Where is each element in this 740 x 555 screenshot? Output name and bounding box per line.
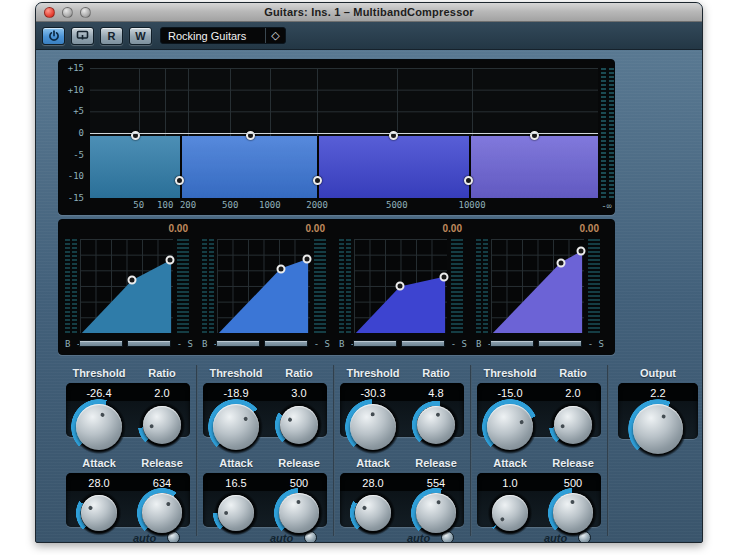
release-label: Release [141, 457, 183, 469]
bypass-slider[interactable] [79, 340, 123, 347]
band-1-controls: Threshold -26.4 Ratio 2.0 Attack 28.0 Re… [61, 363, 195, 543]
input-meter [339, 239, 344, 333]
band-1-region[interactable] [90, 136, 180, 198]
gain-reduction-meter [588, 239, 600, 333]
band-3-region[interactable] [317, 136, 469, 198]
band-2-curve-module: 0.00 B - - S [199, 220, 333, 356]
write-automation-button[interactable]: W [129, 27, 152, 45]
solo-label: - S [314, 339, 330, 349]
zero-db-line [90, 133, 598, 134]
threshold-handle[interactable] [396, 282, 405, 291]
attack-value[interactable]: 28.0 [362, 477, 383, 489]
compression-curve-display[interactable] [80, 239, 173, 333]
attack-knob[interactable] [212, 489, 260, 537]
input-meter [476, 239, 481, 333]
read-automation-button[interactable]: R [100, 27, 123, 45]
db-tick: 0 [79, 128, 84, 138]
ratio-label: Ratio [148, 367, 176, 379]
curve-end-handle[interactable] [440, 272, 449, 281]
attack-label: Attack [356, 457, 390, 469]
attack-value[interactable]: 16.5 [225, 477, 246, 489]
ratio-label: Ratio [422, 367, 450, 379]
ratio-value[interactable]: 3.0 [291, 387, 306, 399]
band-4-curve-module: 0.00 B - - S [473, 220, 607, 356]
solo-label: - S [451, 339, 467, 349]
threshold-handle[interactable] [556, 258, 565, 267]
attack-label: Attack [493, 457, 527, 469]
attack-knob[interactable] [75, 489, 123, 537]
compression-curve-display[interactable] [491, 239, 584, 333]
release-knob[interactable] [136, 487, 188, 539]
ratio-knob[interactable] [411, 400, 461, 450]
module-separator [607, 365, 609, 536]
curve-end-handle[interactable] [303, 254, 312, 263]
ratio-label: Ratio [285, 367, 313, 379]
band-3-curve-module: 0.00 B - - S [336, 220, 470, 356]
frequency-axis-labels: 5010020050010002000500010000 [90, 200, 598, 213]
threshold-handle[interactable] [276, 264, 285, 273]
release-knob[interactable] [273, 487, 325, 539]
bypass-button[interactable] [71, 27, 94, 45]
attack-value[interactable]: 28.0 [88, 477, 109, 489]
compression-curve-display[interactable] [354, 239, 447, 333]
db-tick: +10 [68, 85, 84, 95]
curve-panel: 0.00 B - - S 0.00 B [58, 219, 615, 355]
bypass-icon [76, 30, 89, 41]
threshold-knob[interactable] [344, 398, 402, 456]
input-meter [346, 239, 351, 333]
ratio-value[interactable]: 2.0 [565, 387, 580, 399]
input-meter [65, 239, 70, 333]
threshold-knob[interactable] [70, 398, 128, 456]
band-3-controls: Threshold -30.3 Ratio 4.8 Attack 28.0 Re… [335, 363, 469, 543]
ratio-knob[interactable] [137, 400, 187, 450]
ratio-knob[interactable] [548, 400, 598, 450]
frequency-plot[interactable] [90, 68, 598, 198]
output-knob[interactable] [627, 398, 689, 460]
threshold-handle[interactable] [128, 276, 137, 285]
threshold-knob[interactable] [207, 398, 265, 456]
threshold-knob[interactable] [481, 398, 539, 456]
band-gain-value[interactable]: 0.00 [306, 223, 325, 234]
band-gain-value[interactable]: 0.00 [443, 223, 462, 234]
solo-slider[interactable] [127, 340, 171, 347]
attack-knob[interactable] [349, 489, 397, 537]
freq-tick: 5000 [386, 200, 408, 210]
attack-label: Attack [219, 457, 253, 469]
attack-knob[interactable] [486, 489, 534, 537]
compression-curve-display[interactable] [217, 239, 310, 333]
frequency-display-panel: +15+10+50-5-10-15 5010020050010002000500… [58, 59, 615, 215]
band-gain-value[interactable]: 0.00 [169, 223, 188, 234]
solo-slider[interactable] [401, 340, 445, 347]
ratio-value[interactable]: 2.0 [154, 387, 169, 399]
curve-end-handle[interactable] [166, 255, 175, 264]
preset-name[interactable]: Rocking Guitars [161, 30, 265, 42]
solo-label: - S [177, 339, 193, 349]
curve-end-handle[interactable] [577, 246, 586, 255]
band-1-curve-module: 0.00 B - - S [62, 220, 196, 356]
band-gain-value[interactable]: 0.00 [580, 223, 599, 234]
preset-picker-icon[interactable]: ◇ [265, 28, 285, 43]
bypass-slider[interactable] [490, 340, 534, 347]
freq-tick: 2000 [306, 200, 328, 210]
titlebar[interactable]: Guitars: Ins. 1 – MultibandCompressor [36, 3, 702, 22]
bypass-slider[interactable] [216, 340, 260, 347]
attack-label: Attack [82, 457, 116, 469]
ratio-knob[interactable] [274, 400, 324, 450]
attack-value[interactable]: 1.0 [502, 477, 517, 489]
bypass-slider[interactable] [353, 340, 397, 347]
band-4-region[interactable] [469, 136, 598, 198]
ratio-value[interactable]: 4.8 [428, 387, 443, 399]
preset-selector[interactable]: Rocking Guitars ◇ [160, 27, 286, 44]
release-label: Release [278, 457, 320, 469]
band-2-region[interactable] [180, 136, 317, 198]
db-tick: -15 [68, 193, 84, 203]
crossover-handle-2[interactable] [313, 176, 322, 185]
power-button[interactable] [42, 27, 65, 45]
solo-slider[interactable] [538, 340, 582, 347]
solo-slider[interactable] [264, 340, 308, 347]
output-level-meter [601, 68, 614, 198]
release-knob[interactable] [410, 487, 462, 539]
band-2-controls: Threshold -18.9 Ratio 3.0 Attack 16.5 Re… [198, 363, 332, 543]
release-knob[interactable] [547, 487, 599, 539]
input-meter [72, 239, 77, 333]
